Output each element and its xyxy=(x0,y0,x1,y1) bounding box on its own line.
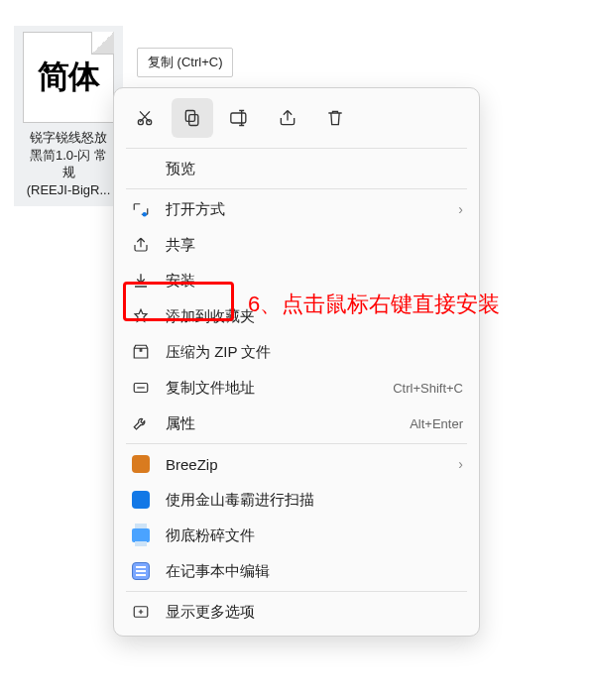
file-thumbnail: 简体 xyxy=(23,32,114,123)
menu-jinshan-scan[interactable]: 使用金山毒霸进行扫描 xyxy=(120,482,473,518)
separator xyxy=(126,148,467,149)
copy-path-icon xyxy=(130,378,152,398)
menu-label: 彻底粉碎文件 xyxy=(166,526,463,545)
chevron-right-icon: › xyxy=(458,456,463,472)
menu-breezip[interactable]: BreeZip › xyxy=(120,446,473,482)
menu-shred[interactable]: 彻底粉碎文件 xyxy=(120,518,473,553)
menu-notepad-edit[interactable]: 在记事本中编辑 xyxy=(120,553,473,589)
zip-icon xyxy=(130,342,152,362)
rename-icon xyxy=(229,108,251,128)
share-button[interactable] xyxy=(267,98,308,138)
menu-label: 安装 xyxy=(166,272,463,291)
shortcut-text: Ctrl+Shift+C xyxy=(393,381,463,396)
file-name: 锐字锐线怒放 黑简1.0-闪 常 规 (REEJI-BigR... xyxy=(18,129,119,198)
svg-rect-1 xyxy=(185,111,194,122)
separator xyxy=(126,188,467,189)
separator xyxy=(126,591,467,592)
jinshan-icon xyxy=(130,490,152,510)
shred-icon xyxy=(130,525,152,545)
more-options-icon xyxy=(130,602,152,622)
annotation-text: 6、点击鼠标右键直接安装 xyxy=(248,290,500,319)
menu-open-with[interactable]: 打开方式 › xyxy=(120,191,473,227)
shortcut-text: Alt+Enter xyxy=(410,416,463,431)
share-icon xyxy=(278,108,297,128)
notepad-icon xyxy=(130,561,152,581)
menu-label: 共享 xyxy=(166,236,463,255)
install-icon xyxy=(130,271,152,291)
menu-properties[interactable]: 属性 Alt+Enter xyxy=(120,406,473,441)
svg-point-3 xyxy=(143,212,148,217)
copy-icon xyxy=(182,108,202,128)
menu-label: 打开方式 xyxy=(166,200,450,219)
menu-label: 复制文件地址 xyxy=(166,379,385,398)
menu-show-more[interactable]: 显示更多选项 xyxy=(120,594,473,630)
menu-label: BreeZip xyxy=(166,456,450,473)
chevron-right-icon: › xyxy=(458,201,463,217)
copy-button[interactable] xyxy=(172,98,213,138)
share-icon xyxy=(130,235,152,255)
breezip-icon xyxy=(130,454,152,474)
menu-label: 使用金山毒霸进行扫描 xyxy=(166,491,463,510)
cut-button[interactable] xyxy=(124,98,166,138)
separator xyxy=(126,443,467,444)
font-file-item[interactable]: 简体 锐字锐线怒放 黑简1.0-闪 常 规 (REEJI-BigR... xyxy=(14,26,123,206)
menu-label: 在记事本中编辑 xyxy=(166,562,463,581)
menu-label: 显示更多选项 xyxy=(166,603,463,622)
menu-label: 属性 xyxy=(166,414,402,433)
menu-preview[interactable]: 预览 xyxy=(120,151,473,186)
trash-icon xyxy=(325,108,345,128)
thumbnail-text: 简体 xyxy=(38,56,99,99)
menu-compress-zip[interactable]: 压缩为 ZIP 文件 xyxy=(120,334,473,370)
wrench-icon xyxy=(130,413,152,433)
menu-label: 预览 xyxy=(166,160,463,178)
scissors-icon xyxy=(135,108,155,128)
menu-share[interactable]: 共享 xyxy=(120,227,473,263)
menu-label: 压缩为 ZIP 文件 xyxy=(166,343,463,362)
delete-button[interactable] xyxy=(314,98,356,138)
context-menu: 预览 打开方式 › 共享 安装 添加到收藏夹 压缩为 ZIP 文件 xyxy=(113,87,480,637)
copy-tooltip: 复制 (Ctrl+C) xyxy=(137,48,233,77)
toolbar-row xyxy=(120,94,473,146)
open-with-icon xyxy=(130,199,152,219)
spacer-icon xyxy=(130,159,152,178)
rename-button[interactable] xyxy=(219,98,261,138)
menu-copy-path[interactable]: 复制文件地址 Ctrl+Shift+C xyxy=(120,370,473,406)
svg-rect-2 xyxy=(231,113,246,123)
svg-rect-0 xyxy=(189,115,198,126)
star-icon xyxy=(130,306,152,326)
